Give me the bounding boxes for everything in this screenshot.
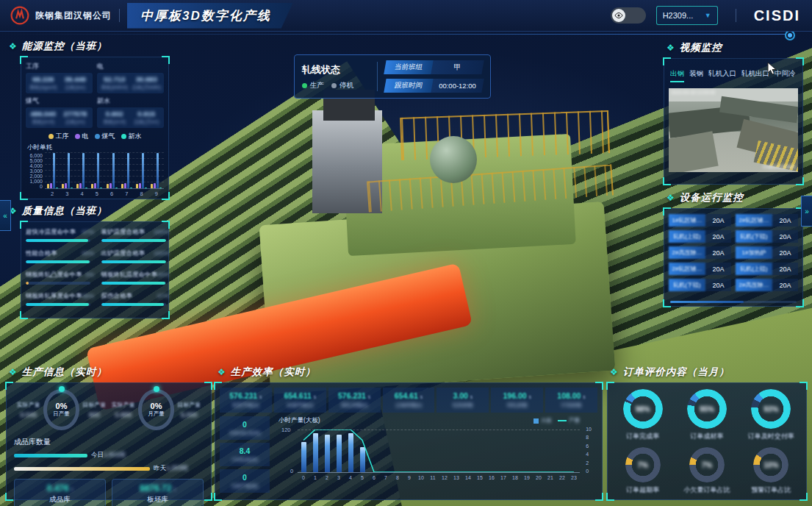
efficiency-side-stats: 0当班待轧坯(块)8.4小时轧制(块)0当班产量(吨) — [220, 416, 270, 493]
corner-icon — [20, 311, 28, 319]
device-item[interactable]: 轧机(下辊)20A — [669, 279, 731, 291]
efficiency-stat: 654.611 s出钢节奏(s) — [274, 388, 326, 413]
energy-cell: 0.915总耗(万m³) — [131, 110, 163, 126]
quality-label: 装炉温度合格率 — [101, 228, 145, 237]
target-label: 目标产量 — [79, 401, 109, 409]
quality-value: 97% — [82, 229, 94, 235]
legend-label: 工序 — [56, 132, 69, 141]
heat-number-select[interactable]: H2309... ▼ — [656, 6, 718, 25]
efficiency-stat: 3.00 s轧制块数 — [436, 388, 489, 413]
y-tick: 1,000 — [26, 179, 43, 184]
right-tick: 6 — [586, 443, 592, 449]
stock-bar-label: 今日 — [91, 451, 104, 458]
order-percent: 10% — [753, 447, 788, 482]
camera-feed[interactable]: 2023-09-18 12:00:00 出钢辊道摄像机 — [669, 88, 798, 172]
panel-quality: ❖ 质量信息（当班） 超快冷温度命中率97%装炉温度合格率100%性能合格率99… — [6, 204, 170, 318]
bar — [94, 183, 96, 188]
energy-value: 52.713 — [98, 75, 131, 83]
device-item[interactable]: 2#高压除…20A — [669, 246, 731, 259]
x-tick: 23 — [568, 475, 580, 480]
eye-icon — [612, 9, 625, 22]
device-item[interactable]: 1#加热炉20A — [736, 246, 798, 259]
cisdi-logo: CISDI — [754, 7, 800, 24]
status-info-value: 00:00-12:00 — [432, 82, 483, 90]
legend-item: 新水 — [121, 132, 142, 141]
camera-tab-3[interactable]: 轧机出口 — [741, 69, 769, 82]
camera-tab-1[interactable]: 装钢 — [689, 69, 703, 82]
corner-icon — [606, 382, 614, 390]
donut-label: 月产量 — [148, 410, 165, 418]
device-item[interactable]: 2#轧区辅…20A — [669, 263, 731, 275]
stock-bar-fill — [14, 454, 87, 457]
progress-track — [101, 260, 166, 263]
header-divider-2 — [736, 9, 736, 22]
gridline — [45, 158, 164, 159]
stock-bar-text: 今日1,801吨 — [91, 451, 126, 460]
visibility-toggle[interactable] — [611, 7, 646, 24]
device-value: 20A — [772, 279, 798, 291]
device-item[interactable]: 1#轧区辅…20A — [669, 214, 731, 227]
legend-item: 煤气 — [95, 132, 115, 141]
order-metric: 7%小欠量订单占比 — [675, 447, 739, 495]
legend-line-label: 产量 — [569, 417, 580, 424]
device-item[interactable]: 轧机(上辊)20A — [736, 263, 798, 275]
side-stat-label: 小时轧制(块) — [231, 457, 259, 463]
camera-timestamp: 2023-09-18 12:00:00 — [671, 90, 715, 95]
camera-tab-0[interactable]: 出钢 — [670, 69, 684, 82]
device-value: 20A — [705, 230, 731, 243]
camera-tab-2[interactable]: 轧机入口 — [708, 69, 736, 82]
y-tick: 2,000 — [26, 174, 43, 179]
stat-label: 轧制节奏(s) — [232, 402, 259, 409]
energy-cell: 52.713单耗(kWh/t) — [98, 75, 131, 91]
bar — [62, 184, 64, 188]
order-metric: 93%订单及时交付率 — [739, 389, 803, 441]
device-item[interactable]: 2#高压除…20A — [736, 279, 798, 291]
camera-tab-4[interactable]: 中间冷 — [775, 69, 796, 82]
gridline — [45, 152, 164, 153]
device-item[interactable]: 轧机(下辊)20A — [736, 230, 798, 243]
efficiency-stat: 576.231 s纯轧周期(s) — [328, 388, 381, 413]
actual-label: 实际产量 — [14, 401, 43, 409]
device-grid: 1#轧区辅…20A2#轧区辅…20A轧机(上辊)20A轧机(下辊)20A2#高压… — [669, 214, 798, 291]
legend-dot-icon — [95, 134, 100, 139]
bar — [100, 188, 102, 188]
device-value: 20A — [772, 246, 798, 259]
bar — [124, 183, 126, 188]
line-status-legend: 生产停机 — [302, 81, 370, 90]
header-line-dot — [785, 30, 795, 40]
x-tick: 9 — [155, 190, 158, 197]
progress-track — [26, 260, 90, 263]
energy-group-name: 电 — [97, 62, 164, 71]
legend-label: 新水 — [129, 132, 142, 141]
order-metric: 10%预警订单占比 — [739, 447, 803, 495]
device-label: 2#轧区辅… — [669, 263, 705, 275]
corner-icon — [595, 493, 603, 501]
dashboard-root: 陕钢集团汉钢公司 中厚板3D数字化产线 H2309... ▼ CISDI ❖ 能… — [0, 0, 812, 506]
quality-label: 钢板终轧温度命中率 — [101, 271, 158, 279]
donut-percent: 0% — [151, 402, 162, 410]
order-label: 订单及时交付率 — [748, 432, 794, 441]
device-label: 轧机(上辊) — [736, 263, 772, 275]
progress-fill — [101, 260, 166, 263]
stat-value: 576.231 s — [338, 391, 370, 400]
device-item[interactable]: 轧机(上辊)20A — [669, 230, 731, 243]
energy-group: 电52.713单耗(kWh/t)30.683总耗(万kWh) — [97, 62, 164, 93]
device-item[interactable]: 2#轧区辅…20A — [736, 214, 798, 227]
order-donut-wrap: 95% — [687, 389, 727, 429]
x-tick: 11 — [427, 475, 439, 480]
energy-group-name: 煤气 — [26, 96, 93, 106]
device-label: 轧机(下辊) — [736, 230, 772, 243]
collapse-right-tab[interactable]: » — [801, 196, 812, 227]
status-legend-item: 停机 — [331, 81, 353, 90]
energy-groups: 工序68.226单耗(kgce/t)39.449总耗(tce)电52.713单耗… — [26, 62, 164, 128]
status-dot-icon — [302, 83, 307, 88]
scrollbar-thumb[interactable] — [670, 301, 744, 303]
y-axis-max: 120 — [281, 427, 291, 433]
stock-bar-label: 昨天 — [154, 464, 166, 471]
x-axis-labels: 01234567891011121314151617181920212223 — [298, 475, 580, 480]
device-label: 2#高压除… — [669, 246, 705, 259]
efficiency-stat: 654.61 s过钢周期(s) — [383, 388, 435, 413]
device-scrollbar[interactable] — [670, 301, 797, 303]
collapse-left-tab[interactable]: « — [0, 200, 11, 231]
energy-value: 0.915 — [131, 110, 163, 118]
